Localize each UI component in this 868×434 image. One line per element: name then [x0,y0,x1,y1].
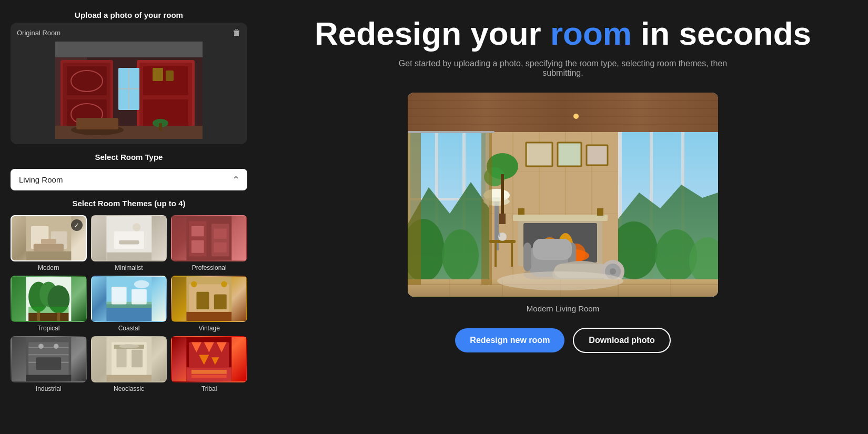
svg-point-70 [54,344,59,349]
hero-title-part2: in seconds [632,15,811,52]
theme-card-minimalist[interactable]: Minimalist [91,215,167,271]
svg-rect-85 [191,375,227,378]
themes-section: Select Room Themes (up to 4) ✓Modern Min… [11,199,247,392]
svg-rect-58 [197,292,209,309]
theme-card-professional[interactable]: Professional [171,215,247,271]
delete-icon[interactable]: 🗑 [233,28,241,37]
svg-rect-27 [34,244,64,251]
theme-card-industrial[interactable]: Industrial [11,336,87,392]
themes-title: Select Room Themes (up to 4) [11,199,247,208]
theme-card-coastal[interactable]: Coastal [91,276,167,332]
theme-img-minimalist [91,215,167,261]
svg-rect-56 [187,312,232,321]
hero-title-part1: Redesign your [315,15,550,52]
theme-card-tropical[interactable]: Tropical [11,276,87,332]
svg-rect-45 [28,313,68,321]
svg-rect-47 [57,312,60,321]
upload-section: Upload a photo of your room Original Roo… [11,11,247,144]
svg-point-161 [497,271,623,290]
result-caption: Modern Living Room [527,304,599,313]
svg-rect-39 [214,229,227,239]
svg-rect-21 [153,68,163,81]
svg-rect-63 [26,375,71,381]
theme-name-tropical: Tropical [37,325,59,332]
svg-rect-163 [481,132,492,285]
svg-rect-148 [511,243,513,267]
room-type-select-wrapper: Living Room Bedroom Kitchen Bathroom Off… [11,169,247,190]
theme-check-icon: ✓ [71,219,83,231]
svg-rect-59 [214,294,227,309]
svg-point-33 [133,223,140,231]
svg-rect-28 [41,239,56,244]
svg-point-104 [442,229,479,282]
svg-rect-68 [36,357,61,370]
theme-name-tribal: Tribal [201,385,217,392]
svg-rect-24 [26,251,71,260]
theme-img-tribal [171,336,247,382]
original-room-image [16,42,242,139]
svg-rect-72 [106,375,152,381]
svg-rect-31 [114,231,144,249]
svg-rect-141 [523,243,531,271]
theme-name-modern: Modern [38,264,59,271]
svg-rect-164 [408,131,494,133]
svg-rect-79 [187,367,232,381]
themes-grid: ✓Modern Minimalist Professional [11,215,247,392]
theme-name-professional: Professional [192,264,227,271]
room-type-select[interactable]: Living Room Bedroom Kitchen Bathroom Off… [11,169,247,190]
svg-rect-89 [408,93,718,132]
svg-rect-147 [494,243,497,267]
svg-rect-121 [558,143,581,166]
svg-rect-30 [106,253,152,260]
theme-card-modern[interactable]: ✓Modern [11,215,87,271]
theme-name-coastal: Coastal [118,325,140,332]
theme-img-coastal [91,276,167,322]
svg-point-61 [221,281,227,287]
theme-card-neoclassic[interactable]: Neoclassic [91,336,167,392]
svg-rect-84 [191,370,227,374]
svg-rect-130 [518,208,524,215]
download-photo-button[interactable]: Download photo [573,328,670,353]
svg-rect-20 [159,123,162,131]
theme-name-industrial: Industrial [36,385,62,392]
room-type-section: Select Room Type Living Room Bedroom Kit… [11,153,247,190]
theme-name-minimalist: Minimalist [115,264,143,271]
svg-rect-48 [28,307,68,312]
left-panel: Upload a photo of your room Original Roo… [0,0,258,434]
svg-rect-18 [76,118,118,129]
svg-rect-52 [112,287,127,304]
svg-rect-131 [597,208,603,216]
theme-card-vintage[interactable]: Vintage [171,276,247,332]
room-type-title: Select Room Type [11,153,247,162]
theme-card-tribal[interactable]: Tribal [171,336,247,392]
redesign-new-room-button[interactable]: Redesign new room [455,328,564,352]
upload-title: Upload a photo of your room [11,11,247,19]
svg-rect-1 [55,42,203,57]
svg-rect-74 [116,347,126,367]
svg-point-69 [38,344,44,349]
original-room-label: Original Room [17,29,60,37]
svg-rect-38 [191,240,204,253]
action-buttons: Redesign new room Download photo [455,328,670,353]
result-image [408,93,718,297]
svg-rect-75 [132,350,143,367]
svg-rect-122 [587,145,608,165]
upload-header: Original Room 🗑 [16,28,242,37]
hero-title: Redesign your room in seconds [315,16,811,52]
svg-rect-137 [501,174,504,216]
svg-rect-40 [214,243,227,253]
svg-rect-22 [166,70,174,81]
svg-point-54 [134,280,149,288]
theme-img-tropical [11,276,87,322]
theme-img-vintage [171,276,247,322]
theme-img-modern: ✓ [11,215,87,261]
svg-rect-120 [526,143,552,166]
hero-subtitle: Get started by uploading a photo, specif… [379,59,747,78]
svg-point-153 [610,268,616,275]
theme-img-professional [171,215,247,261]
hero-title-accent: room [550,15,632,52]
svg-rect-11 [143,66,188,95]
theme-img-industrial [11,336,87,382]
svg-rect-53 [132,289,147,305]
theme-name-vintage: Vintage [198,325,219,332]
